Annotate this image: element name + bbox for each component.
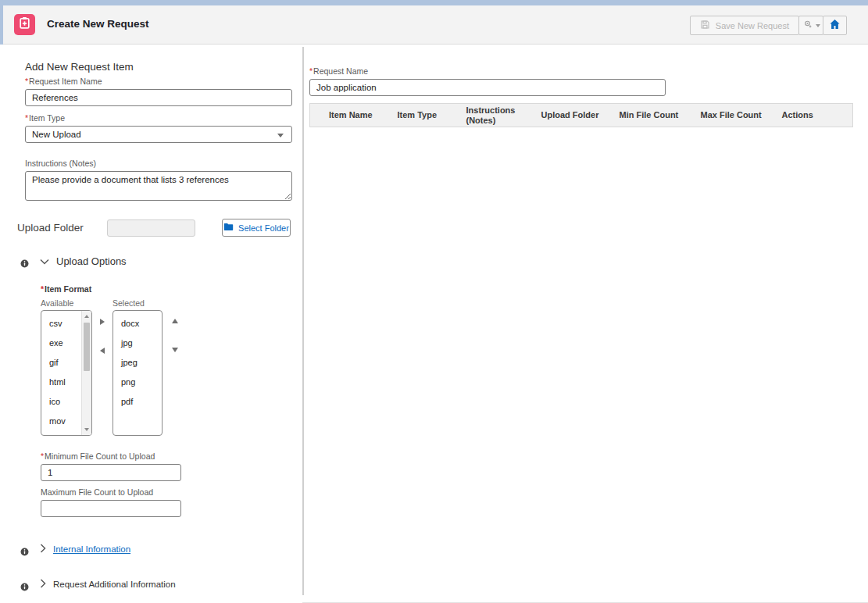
scrollbar[interactable] (81, 311, 91, 435)
scroll-up-icon[interactable] (82, 311, 91, 322)
column-header-item-name: Item Name (310, 104, 385, 127)
home-button[interactable] (823, 16, 847, 35)
request-additional-information-label[interactable]: Request Additional Information (53, 580, 176, 589)
scrollbar-thumb[interactable] (84, 323, 90, 371)
selected-label: Selected (113, 298, 163, 308)
table-header-row: Item Name Item Type Instructions (Notes)… (310, 104, 853, 127)
header-toolbar: Save New Request (691, 16, 847, 35)
upload-folder-row: Upload Folder Select Folder (17, 219, 302, 237)
item-type-select[interactable]: New Upload (25, 126, 292, 143)
required-marker: * (41, 284, 44, 294)
selected-listbox[interactable]: docx jpg jpeg png pdf (113, 310, 163, 436)
chevron-right-icon[interactable] (40, 542, 46, 556)
upload-folder-label: Upload Folder (17, 222, 98, 234)
max-file-count-input[interactable] (41, 500, 181, 517)
table-header: Item Name Item Type Instructions (Notes)… (310, 104, 853, 127)
request-additional-information-section: Request Additional Information (0, 577, 302, 591)
request-item-name-label: *Request Item Name (25, 77, 302, 86)
move-up-icon[interactable] (172, 319, 178, 323)
upload-folder-input (107, 219, 195, 237)
move-left-icon[interactable] (100, 348, 105, 354)
add-request-item-panel: Add New Request Item *Request Item Name … (0, 45, 302, 603)
panel-divider (302, 47, 304, 595)
info-icon[interactable] (20, 545, 29, 554)
gear-plus-icon (802, 19, 813, 32)
available-listbox[interactable]: csv exe gif html ico mov (41, 310, 92, 436)
item-type-selected-value: New Upload (32, 130, 81, 139)
column-header-item-type: Item Type (385, 104, 454, 127)
request-items-table: Item Name Item Type Instructions (Notes)… (309, 103, 853, 127)
column-header-instructions: Instructions (Notes) (454, 104, 529, 127)
app-logo (14, 14, 35, 35)
home-icon (829, 19, 841, 32)
chevron-down-icon (277, 134, 284, 137)
internal-information-link[interactable]: Internal Information (53, 544, 130, 554)
page-title: Create New Request (47, 18, 149, 30)
info-icon[interactable] (20, 257, 29, 266)
scroll-down-icon[interactable] (82, 424, 91, 435)
chevron-down-icon (816, 24, 820, 27)
upload-options-header: Upload Options (0, 254, 302, 268)
required-marker: * (25, 77, 28, 86)
available-label: Available (41, 298, 92, 308)
panel-heading: Add New Request Item (25, 61, 302, 73)
required-marker: * (41, 451, 44, 461)
settings-dropdown-button[interactable] (798, 16, 823, 35)
request-name-label: *Request Name (309, 66, 856, 76)
internal-information-section: Internal Information (0, 542, 302, 556)
select-folder-button[interactable]: Select Folder (222, 219, 291, 237)
move-down-icon[interactable] (172, 348, 178, 352)
max-file-count-label: Maximum File Count to Upload (41, 487, 302, 497)
column-header-max-file-count: Max File Count (688, 104, 770, 127)
save-button-label: Save New Request (716, 21, 789, 30)
column-header-actions: Actions (770, 104, 853, 127)
select-folder-label: Select Folder (238, 223, 289, 233)
request-panel: *Request Name Item Name Item Type Instru… (309, 45, 856, 127)
chevron-right-icon[interactable] (40, 577, 46, 591)
list-item[interactable]: png (121, 377, 162, 397)
selected-column: Selected docx jpg jpeg png pdf (113, 298, 163, 436)
list-item[interactable]: jpg (121, 338, 162, 358)
save-new-request-button[interactable]: Save New Request (690, 16, 799, 35)
request-item-name-input[interactable] (25, 89, 292, 106)
save-icon (700, 20, 710, 31)
reorder-buttons (172, 319, 178, 352)
required-marker: * (309, 66, 313, 76)
item-format-label: *Item Format (41, 284, 302, 294)
item-format-duallist: Available csv exe gif html ico mov (41, 298, 302, 436)
window-top-accent (0, 0, 868, 5)
chevron-down-icon[interactable] (40, 254, 49, 268)
column-header-upload-folder: Upload Folder (529, 104, 607, 127)
header-bar: Create New Request Save New Request (3, 5, 868, 45)
item-type-label: *Item Type (25, 113, 302, 123)
list-item[interactable]: pdf (121, 397, 162, 416)
list-item[interactable]: jpeg (121, 358, 162, 377)
app-window: Create New Request Save New Request (0, 0, 868, 603)
required-marker: * (25, 113, 28, 123)
request-name-input[interactable] (309, 79, 666, 96)
instructions-label: Instructions (Notes) (25, 159, 302, 168)
column-header-min-file-count: Min File Count (607, 104, 688, 127)
info-icon[interactable] (20, 580, 29, 589)
min-file-count-label: *Minimum File Count to Upload (41, 451, 302, 461)
upload-options-title[interactable]: Upload Options (56, 255, 127, 267)
list-item[interactable]: docx (121, 319, 162, 338)
move-buttons (100, 319, 105, 354)
move-right-icon[interactable] (100, 319, 105, 325)
instructions-textarea[interactable]: Please provide a document that lists 3 r… (25, 171, 292, 201)
min-file-count-input[interactable] (41, 464, 181, 481)
folder-icon (223, 223, 234, 233)
clipboard-plus-icon (18, 16, 31, 33)
selected-list: docx jpg jpeg png pdf (113, 311, 162, 416)
available-column: Available csv exe gif html ico mov (41, 298, 92, 436)
